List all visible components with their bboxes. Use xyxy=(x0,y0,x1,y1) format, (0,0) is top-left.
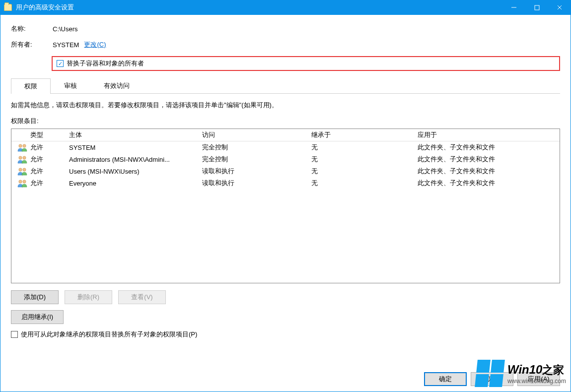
replace-inherit-checkbox[interactable] xyxy=(11,331,18,338)
svg-point-5 xyxy=(23,144,26,147)
entry-principal: Users (MSI-NWX\Users) xyxy=(69,168,202,175)
svg-point-6 xyxy=(19,156,22,159)
tab-effective-access[interactable]: 有效访问 xyxy=(90,78,143,93)
entry-access: 读取和执行 xyxy=(202,167,311,176)
tab-audit[interactable]: 审核 xyxy=(51,78,90,93)
svg-point-4 xyxy=(19,144,22,147)
svg-point-11 xyxy=(23,180,26,183)
cancel-button[interactable]: 取消 xyxy=(471,372,513,386)
svg-rect-1 xyxy=(535,5,539,10)
entry-access: 完全控制 xyxy=(202,155,311,164)
entry-type: 允许 xyxy=(30,143,69,152)
replace-inherit-row: 使用可从此对象继承的权限项目替换所有子对象的权限项目(P) xyxy=(11,330,560,339)
entry-type: 允许 xyxy=(30,179,69,188)
owner-label: 所有者: xyxy=(11,40,53,49)
entry-type: 允许 xyxy=(30,155,69,164)
enable-inheritance-button[interactable]: 启用继承(I) xyxy=(11,310,64,324)
entry-applies-to: 此文件夹、子文件夹和文件 xyxy=(418,167,560,176)
name-row: 名称: C:\Users xyxy=(11,24,560,33)
tab-strip: 权限 审核 有效访问 xyxy=(11,78,560,94)
window-controls xyxy=(502,0,571,15)
owner-row: 所有者: SYSTEM 更改(C) xyxy=(11,40,560,49)
entry-button-row: 添加(D) 删除(R) 查看(V) xyxy=(11,290,560,304)
svg-point-9 xyxy=(23,168,26,171)
name-label: 名称: xyxy=(11,24,53,33)
description-text: 如需其他信息，请双击权限项目。若要修改权限项目，请选择该项目并单击"编辑"(如果… xyxy=(11,101,560,110)
entry-inherited-from: 无 xyxy=(311,167,418,176)
permission-row[interactable]: 允许Administrators (MSI-NWX\Admini...完全控制无… xyxy=(11,153,560,165)
entry-inherited-from: 无 xyxy=(311,179,418,188)
users-icon xyxy=(17,167,28,176)
entry-type: 允许 xyxy=(30,167,69,176)
users-icon xyxy=(17,155,28,164)
entry-applies-to: 此文件夹、子文件夹和文件 xyxy=(418,143,560,152)
permission-entries-label: 权限条目: xyxy=(11,117,560,126)
users-icon xyxy=(17,179,28,188)
title-bar: 用户的高级安全设置 xyxy=(0,0,571,15)
close-button[interactable] xyxy=(548,0,571,15)
permission-row[interactable]: 允许Everyone读取和执行无此文件夹、子文件夹和文件 xyxy=(11,177,560,189)
entry-principal: SYSTEM xyxy=(69,144,202,151)
replace-owner-highlight: ✓ 替换子容器和对象的所有者 xyxy=(52,56,560,71)
view-button: 查看(V) xyxy=(118,290,166,304)
svg-point-8 xyxy=(19,168,22,171)
entry-inherited-from: 无 xyxy=(311,143,418,152)
replace-inherit-label: 使用可从此对象继承的权限项目替换所有子对象的权限项目(P) xyxy=(21,330,197,339)
entry-principal: Administrators (MSI-NWX\Admini... xyxy=(69,156,202,163)
change-owner-link[interactable]: 更改(C) xyxy=(84,40,106,49)
entry-principal: Everyone xyxy=(69,180,202,187)
svg-point-10 xyxy=(19,180,22,183)
replace-owner-label: 替换子容器和对象的所有者 xyxy=(67,59,144,68)
col-applies-to[interactable]: 应用于 xyxy=(418,131,560,139)
folder-icon xyxy=(4,4,12,11)
maximize-button[interactable] xyxy=(525,0,548,15)
replace-owner-checkbox[interactable]: ✓ xyxy=(57,60,64,67)
ok-button[interactable]: 确定 xyxy=(424,372,467,386)
permission-row[interactable]: 允许SYSTEM完全控制无此文件夹、子文件夹和文件 xyxy=(11,141,560,153)
entry-access: 读取和执行 xyxy=(202,179,311,188)
remove-button: 删除(R) xyxy=(65,290,112,304)
col-type[interactable]: 类型 xyxy=(30,131,69,139)
col-principal[interactable]: 主体 xyxy=(69,131,202,139)
permission-row[interactable]: 允许Users (MSI-NWX\Users)读取和执行无此文件夹、子文件夹和文… xyxy=(11,165,560,177)
users-icon xyxy=(17,143,28,152)
minimize-button[interactable] xyxy=(502,0,525,15)
tab-permissions[interactable]: 权限 xyxy=(11,78,51,94)
name-value: C:\Users xyxy=(53,25,78,33)
dialog-footer: 确定 取消 应用(A) xyxy=(11,367,560,386)
owner-value: SYSTEM xyxy=(53,41,79,49)
entry-inherited-from: 无 xyxy=(311,155,418,164)
permission-list[interactable]: 类型 主体 访问 继承于 应用于 允许SYSTEM完全控制无此文件夹、子文件夹和… xyxy=(11,129,560,283)
add-button[interactable]: 添加(D) xyxy=(11,290,59,304)
entry-applies-to: 此文件夹、子文件夹和文件 xyxy=(418,179,560,188)
col-access[interactable]: 访问 xyxy=(202,131,311,139)
entry-applies-to: 此文件夹、子文件夹和文件 xyxy=(418,155,560,164)
col-inherited-from[interactable]: 继承于 xyxy=(311,131,418,139)
svg-point-7 xyxy=(23,156,26,159)
entry-access: 完全控制 xyxy=(202,143,311,152)
window-title: 用户的高级安全设置 xyxy=(16,3,74,12)
permission-header: 类型 主体 访问 继承于 应用于 xyxy=(11,129,560,141)
apply-button[interactable]: 应用(A) xyxy=(517,372,560,386)
